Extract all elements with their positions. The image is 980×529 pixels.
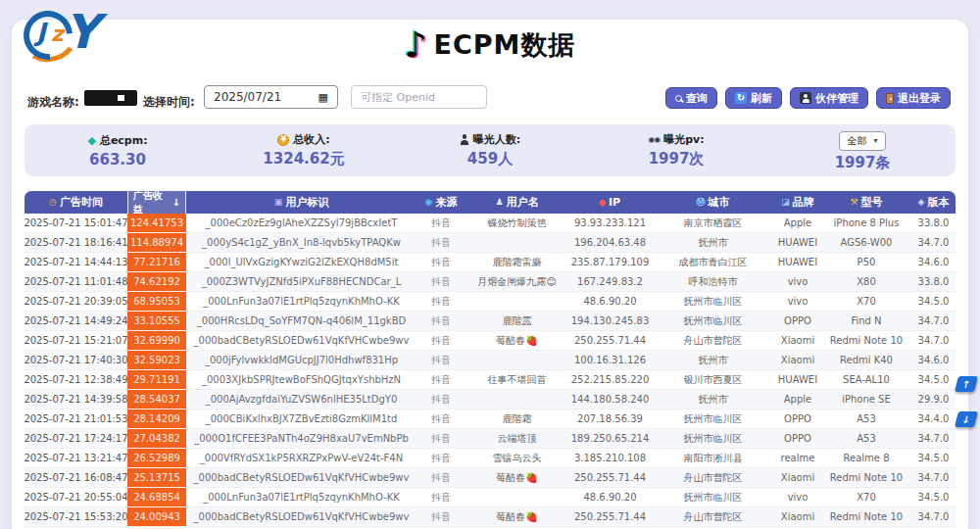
cell-ip: 207.18.56.39 xyxy=(568,409,652,428)
brand-logo: J z Y xyxy=(14,2,123,72)
cell-city: 抚州市临川区 xyxy=(652,429,774,448)
logo-letter-z: z xyxy=(51,22,64,46)
date-input[interactable]: 2025/07/21 ▦ xyxy=(204,85,338,109)
stat-total-revenue: ¥ 总收入: 1324.62元 xyxy=(211,132,397,168)
table-row: 2025-07-21 18:16:41114.88974_000yS4c1gZ_… xyxy=(24,233,956,253)
diamond-icon: ◈ xyxy=(918,198,925,207)
sort-desc-icon: ↓ xyxy=(172,197,180,208)
cell-time: 2025-07-21 15:21:07 xyxy=(24,331,127,350)
cell-brand: Xiaomi xyxy=(774,351,821,369)
cell-username xyxy=(466,233,568,252)
cell-ip: 235.87.179.109 xyxy=(568,253,652,271)
cell-model: Redmi Note 10 xyxy=(821,507,911,526)
partner-button-label: 伙伴管理 xyxy=(815,91,858,106)
cell-username: 鹿階靁 xyxy=(466,312,568,330)
cell-source: 抖音 xyxy=(416,390,466,409)
table-row: 2025-07-21 12:38:4929.71191_0003XJkbSPRJ… xyxy=(24,370,956,390)
cell-brand: vivo xyxy=(774,488,821,506)
time-label: 选择时间: xyxy=(143,94,195,111)
stat-exposure-users: 曝光人数: 459人 xyxy=(397,132,583,168)
cell-model: X70 xyxy=(821,292,911,311)
logout-button-label: 退出登录 xyxy=(898,91,941,106)
cell-openid: _000badCBetyRSLOEDw61VqKfVHCwbe9wv xyxy=(186,507,416,526)
logout-button[interactable]: 退出登录 xyxy=(876,87,951,109)
id-icon: ▣ xyxy=(274,198,283,207)
table-row: 2025-07-21 14:44:1377.21716_000l_UlVxGzi… xyxy=(24,253,956,272)
scroll-top-button[interactable]: ↑ xyxy=(955,376,978,392)
cell-time: 2025-07-21 16:08:47 xyxy=(24,468,127,487)
logo-letter-j: J xyxy=(36,18,46,47)
cell-brand: realme xyxy=(774,449,821,467)
cell-openid: _000badCBetyRSLOEDw61VqKfVHCwbe9wv xyxy=(186,331,416,350)
cell-openid: _000LnFun3a07lE1rtPlq5zqynKhMhO-KK xyxy=(186,488,416,506)
cell-model: X70 xyxy=(821,488,911,506)
scroll-bottom-button[interactable]: ↓ xyxy=(955,411,978,427)
col-label: 用户标识 xyxy=(285,195,328,210)
col-header-ip: IP xyxy=(568,191,652,214)
cell-city: 抚州市临川区 xyxy=(652,409,774,428)
partner-manage-button[interactable]: 伙伴管理 xyxy=(790,87,868,109)
eyes-icon: ◉◉ xyxy=(648,135,660,144)
cell-source: 抖音 xyxy=(416,370,466,389)
col-label: 广告收益 xyxy=(133,189,171,216)
cell-ip: 3.185.210.108 xyxy=(568,449,652,467)
cell-version: 33.8.0 xyxy=(911,214,956,232)
tools-icon: ⚒ xyxy=(850,198,858,207)
cell-revenue: 24.00943 xyxy=(127,507,186,526)
table-row: 2025-07-21 15:53:2024.00943_000badCBetyR… xyxy=(24,507,956,527)
cell-brand: vivo xyxy=(774,292,821,311)
cell-openid: _000Z3WTVyJZNfd5iPXuF88HECNDCar_L xyxy=(186,272,416,291)
cell-model: iPhone 8 Plus xyxy=(821,214,911,232)
cell-model: A53 xyxy=(821,409,911,428)
stat-value: 1324.62元 xyxy=(211,150,397,168)
refresh-button[interactable]: ↻ 刷新 xyxy=(725,87,782,109)
cell-ip: 167.249.83.2 xyxy=(568,272,652,291)
table-body: 2025-07-21 15:01:47124.41753_000eCz0zEz9… xyxy=(24,214,956,527)
search-button-label: 查询 xyxy=(686,91,708,106)
cell-openid: _000CBiKxlhxBJX7ZBvEzti8GzmKllM1td xyxy=(186,409,416,428)
cell-time: 2025-07-21 13:21:47 xyxy=(24,449,127,467)
cell-revenue: 32.69990 xyxy=(127,331,186,350)
cell-ip: 100.16.31.126 xyxy=(568,351,652,369)
cell-time: 2025-07-21 14:49:24 xyxy=(24,312,127,330)
cell-openid: _000badCBetyRSLOEDw61VqKfVHCwbe9wv xyxy=(186,468,416,487)
cell-revenue: 77.21716 xyxy=(127,253,186,271)
cell-version: 29.9.0 xyxy=(911,390,956,409)
cell-model: A53 xyxy=(821,429,911,448)
cell-username: 往事不堪回首 xyxy=(466,370,568,389)
cell-ip: 48.6.90.20 xyxy=(568,488,652,506)
cell-openid: _000VfRYdSX1kP5RXRZPxPwV-eV24t-F4N xyxy=(186,449,416,467)
cell-city: 呼和浩特市 xyxy=(652,272,774,291)
cell-brand: OPPO xyxy=(774,429,821,448)
cell-ip: 250.255.71.44 xyxy=(568,468,652,487)
col-label: 品牌 xyxy=(793,195,814,210)
cell-username: 莓醅春🍓 xyxy=(466,468,568,487)
col-header-ad-time: ◷ 广告时间 xyxy=(24,191,127,214)
cell-version: 34.5.0 xyxy=(911,292,956,311)
money-icon: ¥ xyxy=(277,134,289,146)
cell-model: X80 xyxy=(821,272,911,291)
cell-source: 抖音 xyxy=(416,468,466,487)
cell-revenue: 28.54037 xyxy=(127,390,186,409)
openid-input[interactable]: 可指定 Openid xyxy=(351,85,487,109)
cell-brand: Apple xyxy=(774,214,821,232)
filter-select[interactable]: 全部 ▾ xyxy=(839,131,885,151)
cell-brand: OPPO xyxy=(774,312,821,330)
stat-value: 1997次 xyxy=(583,150,769,168)
cell-openid: _0003XJkbSPRJtewBoFShQGJtqxYshbHzN xyxy=(186,370,416,389)
cell-brand: Xiaomi xyxy=(774,468,821,487)
data-table: ◷ 广告时间 广告收益 ↓ ▣ 用户标识 ◉ 来源 ♟ 用户名 IP Ⓜ 城市 xyxy=(24,191,956,527)
search-button[interactable]: 查询 xyxy=(665,87,717,109)
col-header-version: ◈ 版本 xyxy=(911,191,956,214)
calendar-icon[interactable]: ▦ xyxy=(318,91,328,104)
col-header-model: ⚒ 型号 xyxy=(821,191,911,214)
cell-brand: HUAWEI xyxy=(774,233,821,252)
cell-version: 34.7.0 xyxy=(911,429,956,448)
col-header-city: Ⓜ 城市 xyxy=(652,191,774,214)
stats-bar: ◆ 总ecpm: 663.30 ¥ 总收入: 1324.62元 曝光人数: 45… xyxy=(24,124,956,176)
chevron-down-icon: ▾ xyxy=(873,136,877,145)
cell-time: 2025-07-21 17:40:30 xyxy=(24,351,127,369)
cell-time: 2025-07-21 15:01:47 xyxy=(24,214,127,232)
filter-count: 1997条 xyxy=(769,154,956,172)
cell-revenue: 114.88974 xyxy=(127,233,186,252)
